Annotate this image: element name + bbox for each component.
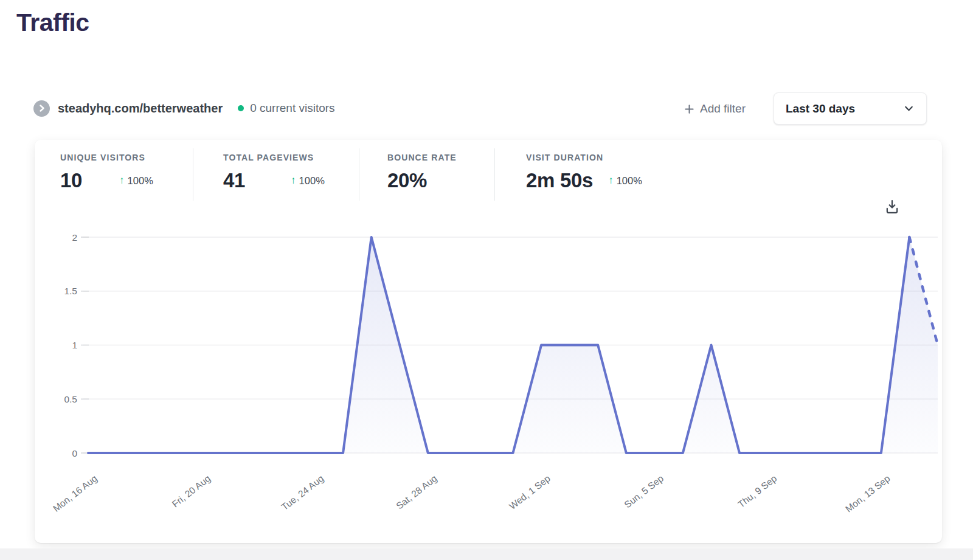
x-tick-label: Mon, 13 Sep	[843, 473, 892, 514]
x-tick-label: Sun, 5 Sep	[622, 473, 665, 510]
x-tick-label: Sat, 28 Aug	[394, 473, 439, 511]
x-tick-label: Wed, 1 Sep	[507, 473, 552, 511]
x-tick-label: Mon, 16 Aug	[51, 473, 99, 514]
y-tick-label: 0.5	[64, 394, 77, 404]
x-tick-label: Tue, 24 Aug	[279, 473, 325, 513]
visitors-area-chart[interactable]: 00.511.52Mon, 16 AugFri, 20 AugTue, 24 A…	[0, 0, 973, 560]
y-tick-label: 2	[72, 232, 77, 243]
y-tick-label: 1.5	[64, 286, 77, 296]
y-tick-label: 0	[72, 448, 77, 458]
x-tick-label: Fri, 20 Aug	[170, 473, 213, 510]
y-tick-label: 1	[72, 340, 77, 350]
page-background-band	[0, 548, 973, 560]
x-tick-label: Thu, 9 Sep	[736, 473, 778, 510]
